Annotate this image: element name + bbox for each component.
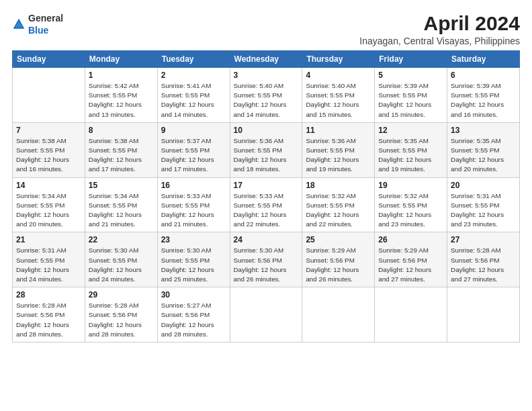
day-number: 29: [89, 290, 154, 300]
day-number: 20: [451, 181, 516, 190]
day-cell: 17Sunrise: 5:33 AM Sunset: 5:55 PM Dayli…: [230, 177, 302, 232]
day-cell: [230, 287, 302, 342]
day-info: Sunrise: 5:27 AM Sunset: 5:56 PM Dayligh…: [161, 301, 226, 339]
day-info: Sunrise: 5:28 AM Sunset: 5:56 PM Dayligh…: [89, 301, 154, 339]
day-cell: 1Sunrise: 5:42 AM Sunset: 5:55 PM Daylig…: [85, 68, 157, 123]
day-cell: 21Sunrise: 5:31 AM Sunset: 5:55 PM Dayli…: [13, 232, 85, 287]
day-number: 15: [89, 181, 154, 190]
day-info: Sunrise: 5:30 AM Sunset: 5:55 PM Dayligh…: [161, 246, 226, 284]
day-number: 12: [378, 126, 443, 135]
day-info: Sunrise: 5:29 AM Sunset: 5:56 PM Dayligh…: [378, 246, 443, 284]
day-cell: 7Sunrise: 5:38 AM Sunset: 5:55 PM Daylig…: [13, 122, 85, 177]
day-info: Sunrise: 5:31 AM Sunset: 5:55 PM Dayligh…: [451, 191, 516, 230]
day-number: 1: [89, 71, 154, 80]
day-cell: [302, 287, 375, 342]
col-header-wednesday: Wednesday: [230, 51, 302, 68]
day-cell: 14Sunrise: 5:34 AM Sunset: 5:55 PM Dayli…: [13, 177, 85, 232]
day-info: Sunrise: 5:32 AM Sunset: 5:55 PM Dayligh…: [378, 191, 443, 230]
day-cell: 4Sunrise: 5:40 AM Sunset: 5:55 PM Daylig…: [302, 68, 375, 123]
day-info: Sunrise: 5:40 AM Sunset: 5:55 PM Dayligh…: [306, 81, 371, 120]
day-number: 24: [234, 235, 299, 244]
day-info: Sunrise: 5:28 AM Sunset: 5:56 PM Dayligh…: [16, 301, 81, 339]
day-info: Sunrise: 5:42 AM Sunset: 5:55 PM Dayligh…: [89, 81, 154, 120]
week-row-2: 7Sunrise: 5:38 AM Sunset: 5:55 PM Daylig…: [13, 122, 520, 177]
day-cell: 19Sunrise: 5:32 AM Sunset: 5:55 PM Dayli…: [375, 177, 447, 232]
day-cell: 6Sunrise: 5:39 AM Sunset: 5:55 PM Daylig…: [447, 68, 520, 123]
day-number: 7: [16, 126, 81, 135]
week-row-1: 1Sunrise: 5:42 AM Sunset: 5:55 PM Daylig…: [13, 68, 520, 123]
calendar-table: SundayMondayTuesdayWednesdayThursdayFrid…: [12, 50, 520, 342]
day-number: 8: [89, 126, 154, 135]
col-header-sunday: Sunday: [13, 51, 85, 68]
day-cell: 10Sunrise: 5:36 AM Sunset: 5:55 PM Dayli…: [230, 122, 302, 177]
col-header-tuesday: Tuesday: [157, 51, 230, 68]
day-info: Sunrise: 5:38 AM Sunset: 5:55 PM Dayligh…: [16, 136, 81, 175]
logo: General Blue: [12, 12, 63, 36]
day-cell: 24Sunrise: 5:30 AM Sunset: 5:56 PM Dayli…: [230, 232, 302, 287]
day-info: Sunrise: 5:30 AM Sunset: 5:56 PM Dayligh…: [234, 246, 299, 284]
day-cell: 9Sunrise: 5:37 AM Sunset: 5:55 PM Daylig…: [157, 122, 230, 177]
day-cell: 25Sunrise: 5:29 AM Sunset: 5:56 PM Dayli…: [302, 232, 375, 287]
day-number: 3: [234, 71, 299, 80]
day-cell: 18Sunrise: 5:32 AM Sunset: 5:55 PM Dayli…: [302, 177, 375, 232]
header: General Blue April 2024 Inayagan, Centra…: [12, 12, 520, 46]
day-info: Sunrise: 5:32 AM Sunset: 5:55 PM Dayligh…: [306, 191, 371, 230]
day-cell: [447, 287, 520, 342]
day-number: 21: [16, 235, 81, 244]
day-number: 18: [306, 181, 371, 190]
day-info: Sunrise: 5:40 AM Sunset: 5:55 PM Dayligh…: [234, 81, 299, 120]
title-block: April 2024 Inayagan, Central Visayas, Ph…: [359, 12, 520, 46]
day-cell: 8Sunrise: 5:38 AM Sunset: 5:55 PM Daylig…: [85, 122, 157, 177]
day-number: 27: [451, 235, 516, 244]
day-info: Sunrise: 5:37 AM Sunset: 5:55 PM Dayligh…: [161, 136, 226, 175]
page: General Blue April 2024 Inayagan, Centra…: [0, 0, 532, 349]
day-info: Sunrise: 5:30 AM Sunset: 5:55 PM Dayligh…: [89, 246, 154, 284]
main-title: April 2024: [359, 12, 520, 34]
day-cell: 30Sunrise: 5:27 AM Sunset: 5:56 PM Dayli…: [157, 287, 230, 342]
logo-icon: [12, 17, 26, 31]
day-number: 25: [306, 235, 371, 244]
day-number: 9: [161, 126, 226, 135]
day-number: 17: [234, 181, 299, 190]
day-cell: 5Sunrise: 5:39 AM Sunset: 5:55 PM Daylig…: [375, 68, 447, 123]
day-cell: 13Sunrise: 5:35 AM Sunset: 5:55 PM Dayli…: [447, 122, 520, 177]
day-cell: 28Sunrise: 5:28 AM Sunset: 5:56 PM Dayli…: [13, 287, 85, 342]
day-number: 23: [161, 235, 226, 244]
day-number: 4: [306, 71, 371, 80]
day-cell: 16Sunrise: 5:33 AM Sunset: 5:55 PM Dayli…: [157, 177, 230, 232]
day-number: 6: [451, 71, 516, 80]
day-info: Sunrise: 5:35 AM Sunset: 5:55 PM Dayligh…: [378, 136, 443, 175]
day-number: 14: [16, 181, 81, 190]
day-info: Sunrise: 5:34 AM Sunset: 5:55 PM Dayligh…: [16, 191, 81, 230]
day-cell: 26Sunrise: 5:29 AM Sunset: 5:56 PM Dayli…: [375, 232, 447, 287]
day-cell: 29Sunrise: 5:28 AM Sunset: 5:56 PM Dayli…: [85, 287, 157, 342]
day-cell: [375, 287, 447, 342]
day-number: 2: [161, 71, 226, 80]
logo-blue: Blue: [28, 24, 63, 36]
day-info: Sunrise: 5:36 AM Sunset: 5:55 PM Dayligh…: [234, 136, 299, 175]
day-cell: 2Sunrise: 5:41 AM Sunset: 5:55 PM Daylig…: [157, 68, 230, 123]
day-number: 10: [234, 126, 299, 135]
day-info: Sunrise: 5:29 AM Sunset: 5:56 PM Dayligh…: [306, 246, 371, 284]
day-cell: 23Sunrise: 5:30 AM Sunset: 5:55 PM Dayli…: [157, 232, 230, 287]
col-header-monday: Monday: [85, 51, 157, 68]
day-number: 28: [16, 290, 81, 300]
week-row-3: 14Sunrise: 5:34 AM Sunset: 5:55 PM Dayli…: [13, 177, 520, 232]
day-number: 26: [378, 235, 443, 244]
day-number: 16: [161, 181, 226, 190]
day-info: Sunrise: 5:36 AM Sunset: 5:55 PM Dayligh…: [306, 136, 371, 175]
day-cell: 12Sunrise: 5:35 AM Sunset: 5:55 PM Dayli…: [375, 122, 447, 177]
day-cell: 27Sunrise: 5:28 AM Sunset: 5:56 PM Dayli…: [447, 232, 520, 287]
day-info: Sunrise: 5:35 AM Sunset: 5:55 PM Dayligh…: [451, 136, 516, 175]
day-info: Sunrise: 5:39 AM Sunset: 5:55 PM Dayligh…: [451, 81, 516, 120]
day-info: Sunrise: 5:33 AM Sunset: 5:55 PM Dayligh…: [234, 191, 299, 230]
day-info: Sunrise: 5:34 AM Sunset: 5:55 PM Dayligh…: [89, 191, 154, 230]
day-number: 19: [378, 181, 443, 190]
day-cell: [13, 68, 85, 123]
day-cell: 15Sunrise: 5:34 AM Sunset: 5:55 PM Dayli…: [85, 177, 157, 232]
day-info: Sunrise: 5:33 AM Sunset: 5:55 PM Dayligh…: [161, 191, 226, 230]
col-header-friday: Friday: [375, 51, 447, 68]
logo-general: General: [28, 12, 63, 24]
day-number: 11: [306, 126, 371, 135]
day-cell: 3Sunrise: 5:40 AM Sunset: 5:55 PM Daylig…: [230, 68, 302, 123]
